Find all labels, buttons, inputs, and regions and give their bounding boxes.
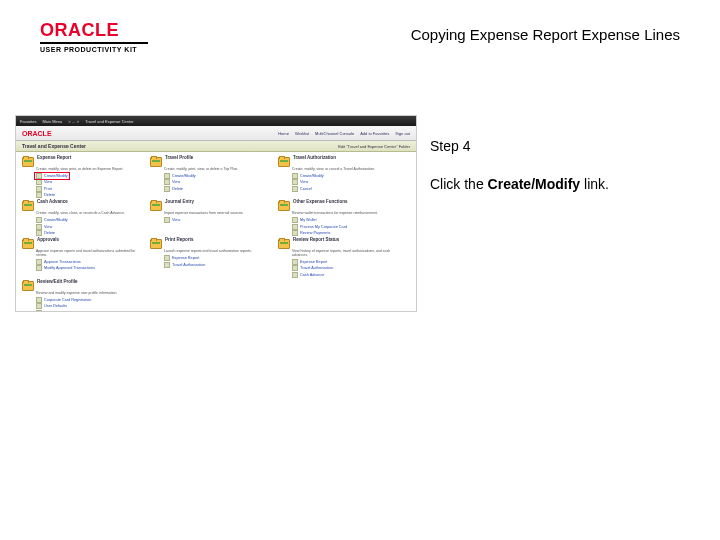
section-desc: Review and modify expense user profile i… [36,292,146,296]
folder-icon [22,281,34,291]
section-link[interactable]: Delete [36,230,146,236]
section-title: Travel and Expense Center [22,143,86,149]
section-desc: Import expense transactions from externa… [164,212,274,216]
section-link[interactable]: Process My Corporate Card [292,224,402,230]
breadcrumb-bar: Favorites Main Menu > … > Travel and Exp… [16,116,416,126]
oracle-logo-block: ORACLE USER PRODUCTIVITY KIT [40,20,148,53]
instr-post: link. [580,176,609,192]
folder-icon [278,157,290,167]
section-link[interactable]: View [36,224,146,230]
nav-console[interactable]: MultiChannel Console [315,131,354,136]
section: Expense ReportCreate, modify, view, prin… [22,156,146,198]
section-link[interactable]: Modify Approved Transactions [36,265,146,271]
section: Travel AuthorizationCreate, modify, view… [278,156,402,198]
folder-icon [150,239,162,249]
section-links: View [164,217,274,223]
section-link[interactable]: View [36,179,146,185]
section-link[interactable]: Create/Modify [292,173,402,179]
instr-bold: Create/Modify [488,176,581,192]
section-links: Approve TransactionsModify Approved Tran… [36,259,146,272]
section-grid: Expense ReportCreate, modify, view, prin… [16,152,416,312]
section-header: Travel and Expense Center Edit "Travel a… [16,141,416,152]
navlinks: Home Worklist MultiChannel Console Add t… [278,131,410,136]
section: Other Expense FunctionsReview wallet tra… [278,200,402,236]
section-head: Travel Authorization [278,156,402,167]
section-links: My WalletProcess My Corporate CardReview… [292,217,402,236]
logo-divider [40,42,148,44]
folder-icon [22,157,34,167]
section-title[interactable]: Other Expense Functions [293,200,348,205]
folder-icon [22,201,34,211]
section-link[interactable]: My Wallet [292,217,402,223]
training-slide: ORACLE USER PRODUCTIVITY KIT Copying Exp… [0,0,720,540]
folder-icon [150,201,162,211]
crumb[interactable]: Travel and Expense Center [85,119,134,124]
section: Review/Edit ProfileReview and modify exp… [22,280,146,312]
section-link[interactable]: View [164,217,274,223]
crumb[interactable]: Main Menu [42,119,62,124]
nav-signout[interactable]: Sign out [395,131,410,136]
section-head: Expense Report [22,156,146,167]
folder-icon [278,201,290,211]
section-link[interactable]: View [292,179,402,185]
logo-subtitle: USER PRODUCTIVITY KIT [40,46,148,53]
section-head: Cash Advance [22,200,146,211]
step-number: Step 4 [430,138,470,154]
section-desc: Create, modify, print, view, or delete a… [164,168,274,172]
section-title[interactable]: Print Reports [165,238,194,243]
section-edit-link[interactable]: Edit "Travel and Expense Center" Folder [338,144,410,149]
instr-pre: Click the [430,176,488,192]
section-link[interactable]: Corporate Card Registration [36,297,146,303]
section-link[interactable]: Approve Transactions [36,259,146,265]
section-title[interactable]: Travel Authorization [293,156,336,161]
section: Journal EntryImport expense transactions… [150,200,274,236]
folder-icon [150,157,162,167]
section-link[interactable]: Cancel [292,186,402,192]
section-links: Expense ReportTravel AuthorizationCash A… [292,259,402,278]
section-head: Journal Entry [150,200,274,211]
section-link[interactable]: Expense Report [164,255,274,261]
section-link[interactable]: Travel Authorization [164,262,274,268]
section-link[interactable]: User Defaults [36,303,146,309]
section-title[interactable]: Cash Advance [37,200,68,205]
instruction-text: Click the Create/Modify link. [430,176,609,192]
section-link[interactable]: View [164,179,274,185]
section-head: Print Reports [150,238,274,249]
section-title[interactable]: Travel Profile [165,156,193,161]
oracle-wordmark-small: ORACLE [22,130,52,137]
create-modify-link[interactable]: Create/Modify [36,173,146,179]
section-desc: Launch expense reports and travel author… [164,250,274,254]
nav-home[interactable]: Home [278,131,289,136]
section-link[interactable]: Review Payments [292,230,402,236]
section-link[interactable]: Delete [164,186,274,192]
section-link[interactable]: Create/Modify [164,173,274,179]
nav-favorites[interactable]: Add to Favorites [360,131,389,136]
section-link[interactable]: Delegate Entry Authority [36,310,146,312]
section: Print ReportsLaunch expense reports and … [150,238,274,278]
folder-icon [22,239,34,249]
section-link[interactable]: Create/Modify [36,217,146,223]
crumb: > … > [68,119,79,124]
section-title[interactable]: Review Report Status [293,238,339,243]
section-link[interactable]: Print [36,186,146,192]
page-title: Copying Expense Report Expense Lines [411,26,680,43]
section-title[interactable]: Approvals [37,238,59,243]
section-links: Create/ModifyViewDelete [164,173,274,192]
section-desc: Approve expense reports and travel autho… [36,250,146,258]
nav-worklist[interactable]: Worklist [295,131,309,136]
folder-icon [278,239,290,249]
section-link[interactable]: Delete [36,192,146,198]
section-title[interactable]: Review/Edit Profile [37,280,78,285]
section-title[interactable]: Journal Entry [165,200,194,205]
section-link[interactable]: Cash Advance [292,272,402,278]
crumb[interactable]: Favorites [20,119,36,124]
section-link[interactable]: Travel Authorization [292,265,402,271]
section-links: Create/ModifyViewCancel [292,173,402,192]
section-links: Corporate Card RegistrationUser Defaults… [36,297,146,312]
section-desc: View history of expense reports, travel … [292,250,402,258]
oracle-wordmark: ORACLE [40,20,148,41]
brand-bar: ORACLE Home Worklist MultiChannel Consol… [16,126,416,141]
section-title[interactable]: Expense Report [37,156,71,161]
section-head: Approvals [22,238,146,249]
section-link[interactable]: Expense Report [292,259,402,265]
